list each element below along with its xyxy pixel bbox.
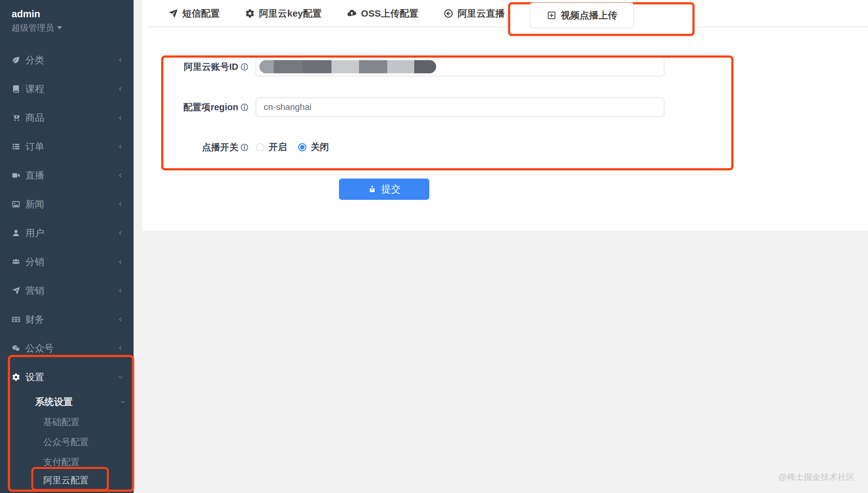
sidebar-item-course[interactable]: 课程 [0, 74, 134, 103]
sidebar-item-settings[interactable]: 设置 [0, 363, 134, 391]
region-input-value: cn-shanghai [264, 102, 312, 112]
money-icon [12, 315, 20, 324]
radio-label: 开启 [269, 141, 287, 153]
radio-off-option[interactable] [298, 143, 306, 151]
sidebar-item-aliyun-config[interactable]: 阿里云配置 [0, 471, 134, 490]
user-role-label: 超级管理员 [12, 23, 54, 33]
user-role-dropdown[interactable]: 超级管理员 [12, 23, 62, 33]
chevron-left-icon [117, 57, 124, 63]
sidebar-item-system-settings[interactable]: 系统设置 [0, 391, 134, 412]
sidebar-item-label: 财务 [25, 313, 44, 326]
tab-vod-upload[interactable]: 视频点播上传 [530, 2, 634, 28]
upload-icon [367, 185, 377, 194]
watermark: @稀土掘金技术社区 [778, 471, 854, 483]
sidebar-item-category[interactable]: 分类 [0, 46, 134, 74]
sidebar-item-basic-config[interactable]: 基础配置 [0, 412, 134, 432]
users-icon [12, 257, 20, 266]
sidebar-item-label: 订单 [25, 140, 44, 153]
tab-oss-upload-config[interactable]: OSS上传配置 [347, 7, 418, 20]
user-icon [12, 229, 20, 237]
sidebar-item-live[interactable]: 直播 [0, 161, 134, 190]
tab-label: 阿里云直播 [458, 7, 505, 20]
sidebar: admin 超级管理员 分类 课程 商品 [0, 0, 134, 493]
tab-aliyun-key-config[interactable]: 阿里云key配置 [245, 7, 322, 20]
wechat-icon [12, 344, 20, 353]
video-camera-icon [12, 171, 20, 180]
radio-on-option[interactable] [256, 143, 264, 151]
sidebar-item-orders[interactable]: 订单 [0, 132, 134, 161]
sidebar-item-label: 阿里云配置 [43, 474, 89, 487]
sidebar-menu: 分类 课程 商品 订单 直播 [0, 46, 134, 363]
submit-button-label: 提交 [381, 183, 401, 196]
list-icon [12, 142, 20, 151]
sidebar-item-label: 用户 [25, 227, 44, 240]
send-icon [12, 286, 20, 295]
chevron-left-icon [117, 115, 124, 121]
chevron-left-icon [117, 345, 124, 351]
sidebar-item-pay-config[interactable]: 支付配置 [0, 452, 134, 472]
main-panel: 短信配置 阿里云key配置 OSS上传配置 阿里云直播 视频点播上传 阿里云账号… [142, 0, 868, 231]
tab-sms-config[interactable]: 短信配置 [168, 7, 220, 20]
page: admin 超级管理员 分类 课程 商品 [0, 0, 868, 493]
sidebar-item-marketing[interactable]: 营销 [0, 276, 134, 305]
chevron-down-icon [117, 374, 124, 380]
vod-switch-radio-group: 开启 关闭 [256, 139, 329, 155]
sidebar-item-label: 直播 [25, 169, 44, 182]
sidebar-item-finance[interactable]: 财务 [0, 305, 134, 334]
sidebar-item-wechat-official[interactable]: 公众号 [0, 334, 134, 363]
image-icon [12, 200, 20, 209]
sidebar-item-label: 课程 [25, 83, 44, 95]
tab-label: 视频点播上传 [561, 9, 617, 22]
gear-outline-icon [245, 8, 255, 19]
gear-icon [12, 373, 20, 382]
tab-bar: 短信配置 阿里云key配置 OSS上传配置 阿里云直播 视频点播上传 [142, 0, 868, 27]
sidebar-item-goods[interactable]: 商品 [0, 103, 134, 132]
leaf-icon [12, 56, 20, 65]
sidebar-item-label: 设置 [25, 371, 44, 384]
aliyun-account-id-input[interactable] [256, 57, 665, 77]
chevron-left-icon [117, 144, 124, 150]
sidebar-item-label: 系统设置 [35, 395, 73, 408]
cloud-upload-icon [347, 8, 357, 19]
sidebar-item-label: 营销 [25, 284, 44, 297]
chevron-down-icon [120, 399, 126, 405]
info-icon[interactable] [240, 103, 249, 111]
sidebar-item-label: 商品 [25, 111, 44, 124]
field-label-aliyun-account-id: 阿里云账号ID [142, 61, 238, 72]
redacted-value [259, 60, 436, 73]
user-block: admin 超级管理员 [12, 8, 62, 33]
sidebar-item-label: 分类 [25, 54, 44, 67]
sidebar-item-label: 支付配置 [43, 456, 80, 469]
chevron-left-icon [117, 287, 124, 294]
sidebar-item-users[interactable]: 用户 [0, 219, 134, 248]
sidebar-item-distribution[interactable]: 分销 [0, 248, 134, 276]
sidebar-item-label: 分销 [25, 256, 44, 269]
plus-square-icon [547, 10, 557, 20]
submit-button[interactable]: 提交 [339, 178, 429, 200]
chevron-left-icon [117, 259, 124, 265]
chevron-left-icon [117, 172, 124, 178]
caret-down-icon [57, 26, 62, 29]
sidebar-item-label: 新闻 [25, 198, 44, 211]
sidebar-item-label: 公众号配置 [43, 436, 89, 449]
tab-label: 阿里云key配置 [259, 7, 322, 20]
sidebar-item-label: 基础配置 [43, 416, 80, 428]
info-icon[interactable] [240, 143, 249, 152]
sidebar-item-news[interactable]: 新闻 [0, 190, 134, 219]
chevron-left-icon [117, 316, 124, 323]
tab-label: 短信配置 [182, 7, 220, 20]
arrow-circle-left-icon [443, 8, 453, 19]
region-input[interactable]: cn-shanghai [256, 98, 665, 117]
radio-label: 关闭 [311, 141, 329, 153]
book-icon [12, 85, 20, 93]
cart-icon [12, 113, 20, 122]
chevron-left-icon [117, 86, 124, 92]
sidebar-item-label: 公众号 [25, 342, 54, 355]
tab-label: OSS上传配置 [361, 7, 418, 20]
field-label-vod-switch: 点播开关 [142, 142, 238, 152]
tab-aliyun-live[interactable]: 阿里云直播 [443, 7, 505, 20]
sidebar-item-wechat-config[interactable]: 公众号配置 [0, 432, 134, 452]
chevron-left-icon [117, 230, 124, 236]
send-icon [168, 8, 178, 19]
info-icon[interactable] [240, 63, 249, 71]
